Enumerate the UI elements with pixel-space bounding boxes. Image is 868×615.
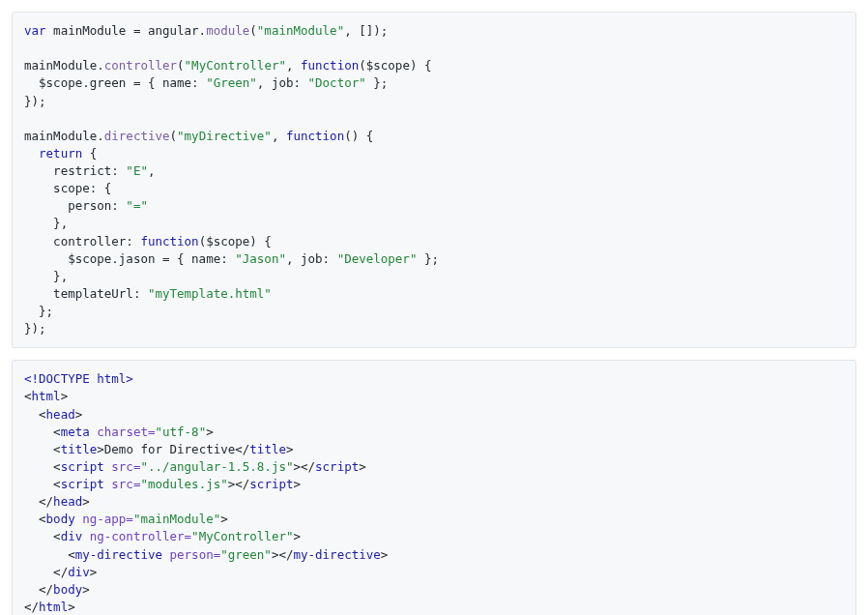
code-token: >Demo for Directive</	[97, 442, 249, 456]
code-token: </	[24, 565, 68, 579]
code-token: ,	[148, 163, 156, 178]
code-token: div	[68, 565, 90, 579]
code-token: <	[24, 425, 61, 439]
code-token: ></	[228, 477, 250, 491]
code-token: });	[24, 321, 46, 336]
code-token: (	[249, 23, 257, 38]
code-token: , job:	[257, 75, 308, 90]
code-token: function	[301, 58, 359, 73]
code-token: >	[286, 442, 294, 456]
code-token: controller	[104, 58, 177, 73]
code-token: ng-controller=	[82, 529, 191, 543]
code-token: () {	[344, 129, 373, 143]
code-token: (	[177, 58, 185, 73]
code-token: <	[24, 529, 61, 543]
code-token: >	[359, 459, 366, 474]
code-token: },	[24, 216, 68, 230]
code-token: >	[293, 477, 301, 491]
code-token: script	[61, 477, 104, 491]
code-token: function	[286, 129, 344, 143]
code-token: $scope.green = { name:	[24, 75, 206, 90]
code-token: directive	[104, 129, 170, 143]
code-block-html: <!DOCTYPE html> <html> <head> <meta char…	[12, 360, 856, 615]
code-token: body	[53, 582, 82, 597]
code-token: , []);	[344, 23, 388, 38]
code-token: body	[46, 512, 75, 526]
code-token: {	[82, 146, 97, 161]
code-token: head	[46, 407, 75, 422]
code-token: mainModule.	[24, 129, 104, 143]
code-token: };	[366, 75, 389, 90]
code-token: "modules.js"	[140, 477, 227, 491]
code-token: ($scope) {	[359, 58, 431, 73]
code-token: });	[24, 94, 46, 108]
code-token: "green"	[220, 547, 272, 562]
code-token: src=	[104, 459, 141, 474]
code-token: controller:	[24, 234, 140, 249]
code-token: div	[61, 529, 83, 543]
code-token: };	[417, 251, 439, 266]
code-token: html	[32, 389, 61, 403]
code-token: title	[61, 442, 98, 456]
code-token: >	[75, 407, 83, 422]
code-token: <	[24, 442, 61, 456]
code-token: script	[61, 459, 104, 474]
code-token: >	[381, 547, 389, 562]
code-token: ></	[293, 459, 315, 474]
code-token: head	[53, 494, 82, 509]
code-token: templateUrl:	[24, 286, 148, 301]
code-token: , job:	[286, 251, 337, 266]
code-token: ng-app=	[75, 512, 133, 526]
code-token: restrict:	[24, 163, 126, 178]
code-token: return	[39, 146, 82, 161]
code-token: charset=	[90, 425, 156, 439]
code-token: src=	[104, 477, 141, 491]
code-token: function	[140, 234, 198, 249]
code-token: >	[220, 512, 228, 526]
code-token: mainModule.	[24, 58, 104, 73]
code-token: "Green"	[206, 75, 257, 90]
code-token: "MyController"	[191, 529, 293, 543]
code-token: my-directive	[75, 547, 162, 562]
code-token: "Doctor"	[308, 75, 366, 90]
code-token: <	[24, 389, 32, 403]
code-token: $scope.jason = { name:	[24, 251, 235, 266]
code-token: <	[24, 407, 46, 422]
code-token: person=	[162, 547, 220, 562]
code-token: "utf-8"	[155, 425, 206, 439]
code-token: "../angular-1.5.8.js"	[140, 459, 293, 474]
code-token: script	[315, 459, 359, 474]
code-token: meta	[61, 425, 90, 439]
code-token: "="	[126, 198, 148, 213]
code-token: >	[206, 425, 214, 439]
code-token: >	[82, 582, 90, 597]
code-token: },	[24, 269, 68, 283]
code-token: "MyController"	[185, 58, 286, 73]
code-token: ($scope) {	[199, 234, 272, 249]
code-token: ,	[286, 58, 301, 73]
code-token: ></	[272, 547, 294, 562]
code-token: my-directive	[293, 547, 380, 562]
code-token: scope: {	[24, 181, 111, 195]
code-token: </	[24, 600, 39, 614]
code-token: >	[82, 494, 90, 509]
code-token: </	[24, 494, 53, 509]
code-token: ,	[272, 129, 286, 143]
code-token: "mainModule"	[257, 23, 344, 38]
code-token: >	[61, 389, 69, 403]
code-token: >	[293, 529, 301, 543]
code-block-js: var mainModule = angular.module("mainMod…	[12, 12, 856, 348]
code-token: <!DOCTYPE html>	[24, 371, 133, 386]
code-token	[24, 146, 39, 161]
code-token: <	[24, 477, 61, 491]
code-token: "mainModule"	[133, 512, 220, 526]
code-token: <	[24, 512, 46, 526]
code-token: person:	[24, 198, 126, 213]
code-token: </	[24, 582, 53, 597]
code-token: title	[249, 442, 286, 456]
code-token: mainModule = angular.	[46, 23, 207, 38]
code-token: };	[24, 304, 53, 318]
code-token: >	[68, 600, 75, 614]
code-token: module	[206, 23, 249, 38]
code-token: var	[24, 23, 46, 38]
